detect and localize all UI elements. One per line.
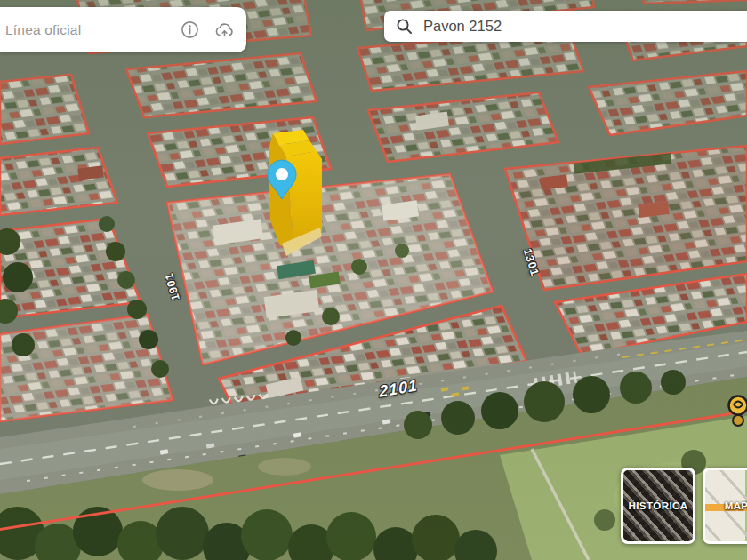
cloud-upload-button[interactable]: [213, 19, 236, 42]
search-bar: [384, 11, 747, 42]
layer-thumbnail-mapa[interactable]: MAPA: [703, 468, 747, 544]
official-line-panel: Línea oficial: [0, 7, 246, 52]
layer-switcher: HISTÓRICA MAPA: [621, 468, 747, 544]
layer-label-historica: HISTÓRICA: [629, 500, 688, 511]
info-button[interactable]: [178, 19, 201, 42]
search-input[interactable]: [422, 17, 747, 36]
map-app: { "panel": { "title": "Línea oficial" },…: [0, 0, 747, 560]
panel-title: Línea oficial: [5, 22, 81, 38]
cloud-upload-icon: [213, 20, 236, 40]
layer-label-mapa: MAPA: [725, 500, 747, 511]
search-icon: [396, 18, 413, 35]
layer-thumbnail-historica[interactable]: HISTÓRICA: [621, 468, 695, 544]
info-icon: [181, 20, 199, 39]
